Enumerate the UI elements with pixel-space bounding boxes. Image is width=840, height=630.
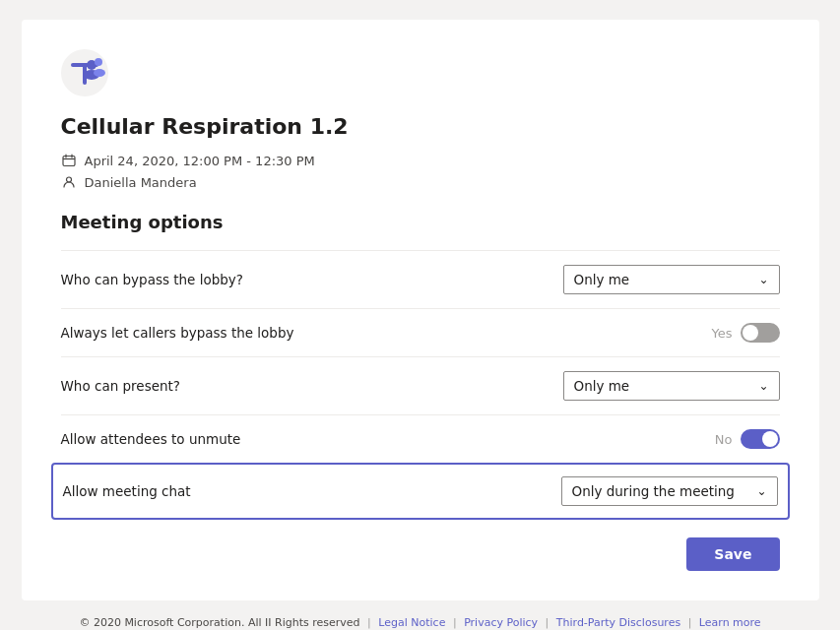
dropdown-meeting-chat[interactable]: Only during the meeting ⌄ — [561, 476, 778, 506]
option-control-who-present: Only me ⌄ — [563, 371, 780, 401]
footer-link-third-party[interactable]: Third-Party Disclosures — [556, 616, 680, 629]
main-card: Cellular Respiration 1.2 April 24, 2020,… — [22, 20, 819, 600]
option-label-who-present: Who can present? — [61, 378, 563, 394]
toggle-callers-bypass[interactable] — [741, 323, 780, 343]
meeting-options-title: Meeting options — [61, 212, 780, 232]
option-row-allow-unmute: Allow attendees to unmute No — [61, 414, 780, 463]
dropdown-who-present-value: Only me — [574, 378, 630, 394]
meeting-organizer: Daniella Mandera — [85, 175, 197, 190]
toggle-allow-unmute[interactable] — [741, 429, 780, 449]
option-row-callers-bypass: Always let callers bypass the lobby Yes — [61, 308, 780, 356]
option-label-lobby-bypass: Who can bypass the lobby? — [61, 272, 563, 287]
footer-sep-2: | — [453, 616, 457, 629]
option-label-callers-bypass: Always let callers bypass the lobby — [61, 325, 712, 341]
calendar-icon — [61, 153, 77, 168]
footer: © 2020 Microsoft Corporation. All II Rig… — [22, 616, 819, 629]
dropdown-lobby-bypass-value: Only me — [574, 272, 630, 287]
svg-point-6 — [94, 69, 105, 77]
dropdown-meeting-chat-value: Only during the meeting — [572, 483, 735, 499]
save-row: Save — [61, 537, 780, 571]
option-label-meeting-chat: Allow meeting chat — [63, 483, 561, 499]
option-label-allow-unmute: Allow attendees to unmute — [61, 431, 715, 447]
footer-link-privacy[interactable]: Privacy Policy — [464, 616, 538, 629]
options-container: Who can bypass the lobby? Only me ⌄ Alwa… — [61, 250, 780, 520]
meeting-date: April 24, 2020, 12:00 PM - 12:30 PM — [85, 154, 315, 168]
svg-point-8 — [66, 177, 71, 182]
footer-sep-1: | — [367, 616, 371, 629]
chevron-down-icon: ⌄ — [756, 484, 766, 498]
page-container: Cellular Respiration 1.2 April 24, 2020,… — [0, 0, 840, 630]
meeting-date-row: April 24, 2020, 12:00 PM - 12:30 PM — [61, 153, 780, 168]
meeting-organizer-row: Daniella Mandera — [61, 174, 780, 190]
dropdown-who-present[interactable]: Only me ⌄ — [563, 371, 780, 401]
option-row-who-present: Who can present? Only me ⌄ — [61, 356, 780, 414]
option-control-meeting-chat: Only during the meeting ⌄ — [561, 476, 778, 506]
option-control-lobby-bypass: Only me ⌄ — [563, 265, 780, 294]
option-control-allow-unmute: No — [715, 429, 780, 449]
option-row-meeting-chat: Allow meeting chat Only during the meeti… — [51, 463, 790, 520]
dropdown-lobby-bypass[interactable]: Only me ⌄ — [563, 265, 780, 294]
footer-link-learn-more[interactable]: Learn more — [699, 616, 761, 629]
copyright-text: © 2020 Microsoft Corporation. All II Rig… — [79, 616, 359, 629]
option-row-lobby-bypass: Who can bypass the lobby? Only me ⌄ — [61, 250, 780, 308]
svg-rect-7 — [63, 157, 75, 166]
footer-sep-3: | — [546, 616, 549, 629]
meeting-title: Cellular Respiration 1.2 — [61, 114, 780, 139]
chevron-down-icon: ⌄ — [758, 379, 768, 393]
option-control-callers-bypass: Yes — [712, 323, 780, 343]
toggle-allow-unmute-label: No — [715, 432, 733, 447]
save-button[interactable]: Save — [686, 537, 779, 571]
teams-logo — [61, 49, 108, 96]
svg-point-4 — [95, 58, 102, 66]
person-icon — [61, 174, 77, 190]
chevron-down-icon: ⌄ — [758, 273, 768, 286]
footer-link-legal[interactable]: Legal Notice — [378, 616, 445, 629]
footer-sep-4: | — [688, 616, 692, 629]
toggle-callers-bypass-label: Yes — [712, 326, 733, 341]
